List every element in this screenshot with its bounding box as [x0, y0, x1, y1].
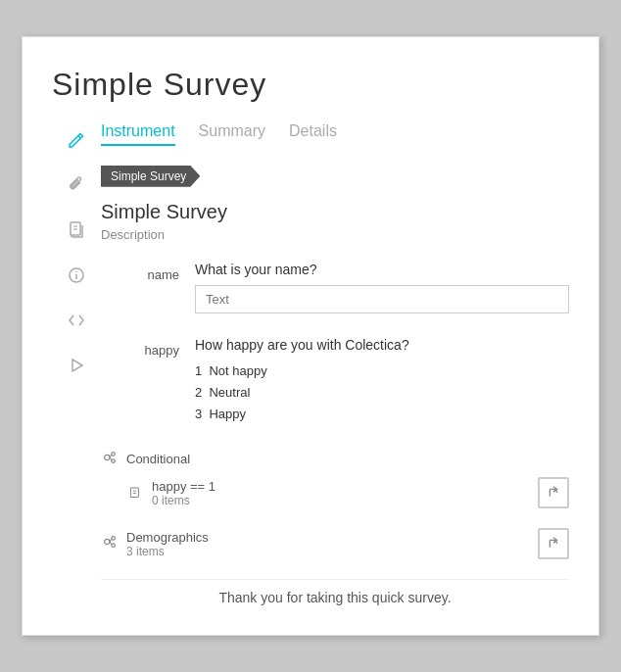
svg-point-17: [112, 537, 116, 541]
question-happy-row: happy How happy are you with Colectica? …: [101, 337, 569, 425]
question-name-question: What is your name?: [195, 262, 569, 277]
svg-point-7: [105, 455, 110, 459]
sidebar: [52, 122, 101, 605]
svg-line-10: [110, 455, 112, 457]
svg-line-11: [110, 457, 112, 460]
options-list: 1 Not happy 2 Neutral 3 Happy: [195, 360, 569, 425]
question-happy-content: How happy are you with Colectica? 1 Not …: [195, 337, 569, 425]
demographics-icon: [101, 533, 119, 554]
option-1-text: Not happy: [209, 363, 266, 378]
tab-summary[interactable]: Summary: [199, 122, 265, 146]
conditional-label: Conditional: [126, 452, 190, 466]
svg-point-8: [112, 453, 116, 456]
svg-point-9: [112, 459, 116, 463]
option-1-num: 1: [195, 363, 202, 378]
info-icon[interactable]: [63, 262, 90, 289]
question-name-content: What is your name?: [195, 262, 569, 313]
pencil-icon[interactable]: [63, 126, 90, 154]
thank-you-text: Thank you for taking this quick survey.: [101, 579, 569, 605]
layout: Instrument Summary Details Simple Survey…: [52, 122, 569, 605]
tab-instrument[interactable]: Instrument: [101, 122, 175, 146]
tab-details[interactable]: Details: [289, 122, 337, 146]
conditional-child-icon: [128, 484, 144, 503]
main-window: Simple Survey: [22, 36, 599, 636]
main-content: Instrument Summary Details Simple Survey…: [101, 122, 569, 605]
app-title: Simple Survey: [52, 67, 569, 103]
survey-title: Simple Survey: [101, 201, 569, 223]
question-happy-label: happy: [101, 337, 179, 358]
survey-description: Description: [101, 227, 569, 242]
conditional-section: Conditional: [101, 449, 569, 508]
question-name-row: name What is your name?: [101, 262, 569, 313]
option-1: 1 Not happy: [195, 360, 569, 382]
conditional-header: Conditional: [101, 449, 569, 469]
demographics-jump-button[interactable]: [538, 528, 569, 559]
svg-point-18: [112, 544, 116, 548]
option-3-num: 3: [195, 407, 202, 421]
svg-point-16: [105, 539, 110, 544]
conditional-jump-button[interactable]: [538, 477, 569, 508]
conditional-count: 0 items: [152, 494, 215, 507]
option-2-text: Neutral: [209, 385, 250, 400]
conditional-child: happy == 1 0 items: [128, 477, 569, 508]
svg-marker-6: [72, 360, 82, 371]
svg-line-20: [110, 542, 112, 545]
document-icon[interactable]: [63, 216, 90, 244]
option-3: 3 Happy: [195, 404, 569, 425]
code-icon[interactable]: [63, 307, 90, 334]
option-2: 2 Neutral: [195, 382, 569, 404]
svg-point-5: [75, 271, 77, 273]
svg-rect-12: [130, 488, 138, 498]
svg-line-19: [110, 539, 112, 542]
play-icon[interactable]: [63, 352, 90, 379]
question-happy-question: How happy are you with Colectica?: [195, 337, 569, 353]
demographics-count: 3 items: [126, 545, 209, 558]
conditional-icon: [101, 449, 119, 469]
demographics-section: Demographics 3 items: [101, 528, 569, 559]
breadcrumb-label: Simple Survey: [111, 169, 186, 183]
option-2-num: 2: [195, 385, 202, 400]
tabs: Instrument Summary Details: [101, 122, 569, 146]
question-name-input[interactable]: [195, 285, 569, 313]
paperclip-icon[interactable]: [63, 171, 90, 199]
breadcrumb[interactable]: Simple Survey: [101, 166, 200, 187]
conditional-condition: happy == 1: [152, 479, 215, 494]
option-3-text: Happy: [209, 407, 246, 421]
demographics-label: Demographics: [126, 530, 209, 545]
question-name-label: name: [101, 262, 179, 282]
